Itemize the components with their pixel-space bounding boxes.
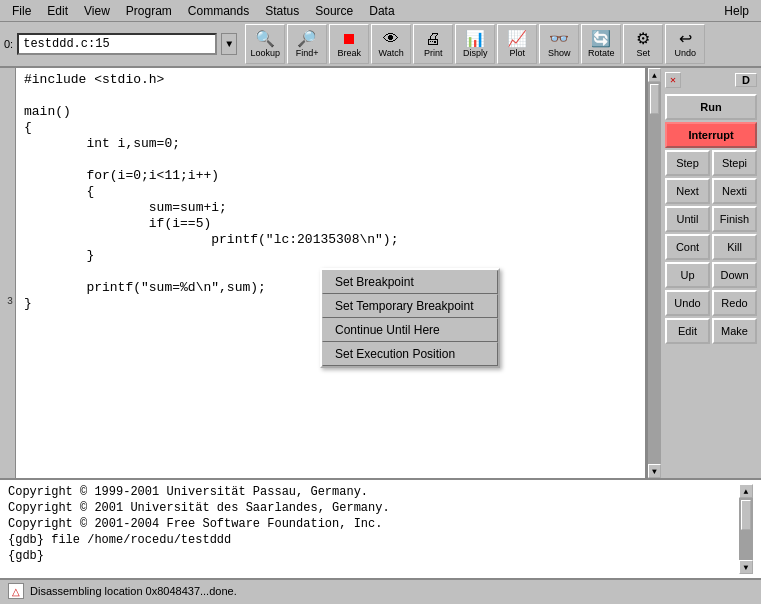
step-row: Step Stepi — [665, 150, 757, 176]
show-label: Show — [548, 48, 571, 58]
menu-commands[interactable]: Commands — [180, 2, 257, 20]
break-icon: ⏹ — [341, 31, 357, 47]
line-num-7 — [0, 168, 15, 184]
menu-data[interactable]: Data — [361, 2, 402, 20]
rotate-label: Rotate — [588, 48, 615, 58]
code-line: sum=sum+i; — [24, 200, 641, 216]
stepi-button[interactable]: Stepi — [712, 150, 757, 176]
right-panel: ✕ D Run Interrupt Step Stepi Next Nexti … — [661, 68, 761, 478]
undo-button[interactable]: ↩ Undo — [665, 24, 705, 64]
terminal-line: Copyright © 2001-2004 Free Software Foun… — [8, 516, 739, 532]
show-button[interactable]: 👓 Show — [539, 24, 579, 64]
lookup-icon: 🔍 — [255, 31, 275, 47]
edit-row: Edit Make — [665, 318, 757, 344]
next-row: Next Nexti — [665, 178, 757, 204]
undo-label: Undo — [674, 48, 696, 58]
break-button[interactable]: ⏹ Break — [329, 24, 369, 64]
status-bar: △ Disassembling location 0x8048437...don… — [0, 578, 761, 602]
show-icon: 👓 — [549, 31, 569, 47]
rotate-icon: 🔄 — [591, 31, 611, 47]
line-num-2 — [0, 88, 15, 104]
print-button[interactable]: 🖨 Print — [413, 24, 453, 64]
step-button[interactable]: Step — [665, 150, 710, 176]
set-button[interactable]: ⚙ Set — [623, 24, 663, 64]
menu-edit[interactable]: Edit — [39, 2, 76, 20]
code-line: main() — [24, 104, 641, 120]
terminal-scrollbar[interactable]: ▲ ▼ — [739, 484, 753, 574]
terminal-scroll-up[interactable]: ▲ — [739, 484, 753, 498]
rotate-button[interactable]: 🔄 Rotate — [581, 24, 621, 64]
code-line — [24, 88, 641, 104]
until-button[interactable]: Until — [665, 206, 710, 232]
display-label: Disply — [463, 48, 488, 58]
until-row: Until Finish — [665, 206, 757, 232]
menu-source[interactable]: Source — [307, 2, 361, 20]
plot-button[interactable]: 📈 Plot — [497, 24, 537, 64]
line-num-15: 3 — [0, 296, 15, 312]
code-area[interactable]: 3 #include <stdio.h> main(){ int i,sum=0… — [0, 68, 647, 478]
location-input[interactable] — [17, 33, 217, 55]
code-line: printf("lc:20135308\n"); — [24, 232, 641, 248]
terminal-area: Copyright © 1999-2001 Universität Passau… — [0, 478, 761, 578]
undo-panel-button[interactable]: Undo — [665, 290, 710, 316]
kill-button[interactable]: Kill — [712, 234, 757, 260]
line-num-12 — [0, 248, 15, 264]
nexti-button[interactable]: Nexti — [712, 178, 757, 204]
menu-program[interactable]: Program — [118, 2, 180, 20]
line-numbers: 3 — [0, 68, 16, 478]
lookup-button[interactable]: 🔍 Lookup — [245, 24, 285, 64]
print-label: Print — [424, 48, 443, 58]
context-set-execution-position[interactable]: Set Execution Position — [322, 342, 498, 366]
code-scrollbar[interactable]: ▲ ▼ — [647, 68, 661, 478]
edit-button[interactable]: Edit — [665, 318, 710, 344]
line-num-8 — [0, 184, 15, 200]
up-button[interactable]: Up — [665, 262, 710, 288]
scroll-track[interactable] — [648, 82, 661, 464]
terminal-scroll-down[interactable]: ▼ — [739, 560, 753, 574]
code-line — [24, 152, 641, 168]
terminal-line: Copyright © 2001 Universität des Saarlan… — [8, 500, 739, 516]
cont-button[interactable]: Cont — [665, 234, 710, 260]
context-set-breakpoint[interactable]: Set Breakpoint — [322, 270, 498, 294]
finish-button[interactable]: Finish — [712, 206, 757, 232]
find-label: Find+ — [296, 48, 319, 58]
cont-row: Cont Kill — [665, 234, 757, 260]
make-button[interactable]: Make — [712, 318, 757, 344]
next-button[interactable]: Next — [665, 178, 710, 204]
code-line: { — [24, 120, 641, 136]
panel-close-button[interactable]: ✕ — [665, 72, 681, 88]
down-button[interactable]: Down — [712, 262, 757, 288]
status-icon: △ — [8, 583, 24, 599]
line-num-9 — [0, 200, 15, 216]
location-dropdown[interactable]: ▼ — [221, 33, 237, 55]
scroll-down-arrow[interactable]: ▼ — [648, 464, 661, 478]
code-line: for(i=0;i<11;i++) — [24, 168, 641, 184]
location-bar: 0: ▼ — [4, 33, 237, 55]
terminal-scroll-track[interactable] — [739, 498, 753, 560]
menu-file[interactable]: File — [4, 2, 39, 20]
menu-help[interactable]: Help — [716, 2, 757, 20]
redo-button[interactable]: Redo — [712, 290, 757, 316]
code-line: int i,sum=0; — [24, 136, 641, 152]
watch-button[interactable]: 👁 Watch — [371, 24, 411, 64]
find-button[interactable]: 🔎 Find+ — [287, 24, 327, 64]
menu-status[interactable]: Status — [257, 2, 307, 20]
line-num-10 — [0, 216, 15, 232]
set-label: Set — [636, 48, 650, 58]
context-set-temp-breakpoint[interactable]: Set Temporary Breakpoint — [322, 294, 498, 318]
menu-view[interactable]: View — [76, 2, 118, 20]
run-button[interactable]: Run — [665, 94, 757, 120]
scroll-thumb[interactable] — [650, 84, 659, 114]
toolbar: 0: ▼ 🔍 Lookup 🔎 Find+ ⏹ Break 👁 Watch 🖨 … — [0, 22, 761, 68]
terminal-scroll-thumb[interactable] — [741, 500, 751, 530]
code-line: } — [24, 248, 641, 264]
line-num-11 — [0, 232, 15, 248]
scroll-up-arrow[interactable]: ▲ — [648, 68, 661, 82]
display-button[interactable]: 📊 Disply — [455, 24, 495, 64]
lookup-label: Lookup — [250, 48, 280, 58]
line-num-5 — [0, 136, 15, 152]
find-icon: 🔎 — [297, 31, 317, 47]
interrupt-button[interactable]: Interrupt — [665, 122, 757, 148]
context-continue-until-here[interactable]: Continue Until Here — [322, 318, 498, 342]
menubar: File Edit View Program Commands Status S… — [0, 0, 761, 22]
